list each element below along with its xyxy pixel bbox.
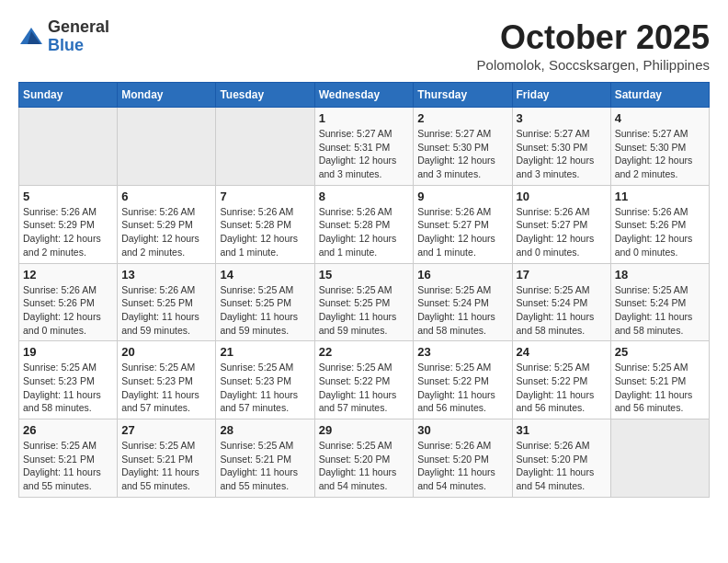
col-thursday: Thursday (414, 83, 512, 108)
calendar-cell (610, 419, 709, 498)
calendar-cell: 9Sunrise: 5:26 AM Sunset: 5:27 PM Daylig… (414, 185, 512, 263)
day-number: 5 (23, 190, 113, 203)
calendar-cell: 23Sunrise: 5:25 AM Sunset: 5:22 PM Dayli… (414, 341, 512, 419)
day-info: Sunrise: 5:25 AM Sunset: 5:22 PM Dayligh… (417, 361, 507, 415)
day-number: 19 (23, 345, 113, 359)
calendar-cell: 19Sunrise: 5:25 AM Sunset: 5:23 PM Dayli… (19, 341, 118, 419)
calendar-week-2: 12Sunrise: 5:26 AM Sunset: 5:26 PM Dayli… (19, 263, 710, 341)
month-title: October 2025 (477, 18, 710, 57)
title-block: October 2025 Polomolok, Soccsksargen, Ph… (477, 18, 710, 73)
day-number: 8 (319, 190, 410, 203)
day-info: Sunrise: 5:25 AM Sunset: 5:25 PM Dayligh… (220, 283, 310, 338)
day-info: Sunrise: 5:25 AM Sunset: 5:23 PM Dayligh… (121, 361, 211, 415)
day-number: 14 (220, 268, 310, 282)
logo-general: General (48, 17, 109, 36)
day-info: Sunrise: 5:25 AM Sunset: 5:24 PM Dayligh… (417, 283, 507, 338)
day-info: Sunrise: 5:25 AM Sunset: 5:21 PM Dayligh… (121, 439, 211, 493)
logo-blue: Blue (48, 36, 84, 54)
calendar-cell: 5Sunrise: 5:26 AM Sunset: 5:29 PM Daylig… (19, 185, 118, 263)
logo-icon (18, 24, 44, 50)
calendar-cell: 18Sunrise: 5:25 AM Sunset: 5:24 PM Dayli… (610, 263, 709, 341)
day-number: 29 (319, 423, 410, 437)
day-number: 15 (319, 268, 410, 282)
day-info: Sunrise: 5:26 AM Sunset: 5:27 PM Dayligh… (417, 205, 507, 259)
calendar-cell: 27Sunrise: 5:25 AM Sunset: 5:21 PM Dayli… (118, 419, 216, 498)
day-number: 24 (517, 345, 607, 359)
calendar-cell: 12Sunrise: 5:26 AM Sunset: 5:26 PM Dayli… (19, 263, 118, 341)
day-number: 20 (121, 345, 211, 359)
day-info: Sunrise: 5:25 AM Sunset: 5:25 PM Dayligh… (319, 283, 410, 338)
calendar-cell: 13Sunrise: 5:26 AM Sunset: 5:25 PM Dayli… (118, 263, 216, 341)
day-number: 17 (517, 268, 607, 282)
day-info: Sunrise: 5:25 AM Sunset: 5:21 PM Dayligh… (220, 439, 310, 493)
day-info: Sunrise: 5:25 AM Sunset: 5:22 PM Dayligh… (319, 361, 410, 415)
day-info: Sunrise: 5:26 AM Sunset: 5:26 PM Dayligh… (23, 283, 113, 338)
day-number: 9 (417, 190, 507, 203)
day-info: Sunrise: 5:26 AM Sunset: 5:27 PM Dayligh… (517, 205, 607, 259)
location: Polomolok, Soccsksargen, Philippines (477, 57, 710, 73)
day-number: 12 (23, 268, 113, 282)
logo-text: General Blue (48, 18, 109, 55)
day-number: 10 (517, 190, 607, 203)
col-wednesday: Wednesday (314, 83, 414, 108)
day-number: 4 (615, 111, 705, 125)
day-info: Sunrise: 5:25 AM Sunset: 5:24 PM Dayligh… (517, 283, 607, 338)
day-number: 6 (121, 190, 211, 203)
day-number: 7 (220, 190, 310, 203)
day-number: 28 (220, 423, 310, 437)
calendar-cell: 28Sunrise: 5:25 AM Sunset: 5:21 PM Dayli… (216, 419, 314, 498)
calendar-cell: 15Sunrise: 5:25 AM Sunset: 5:25 PM Dayli… (314, 263, 414, 341)
day-info: Sunrise: 5:27 AM Sunset: 5:30 PM Dayligh… (417, 127, 507, 181)
calendar-cell: 14Sunrise: 5:25 AM Sunset: 5:25 PM Dayli… (216, 263, 314, 341)
calendar-week-0: 1Sunrise: 5:27 AM Sunset: 5:31 PM Daylig… (19, 108, 710, 186)
col-monday: Monday (118, 83, 216, 108)
day-number: 26 (23, 423, 113, 437)
calendar-body: 1Sunrise: 5:27 AM Sunset: 5:31 PM Daylig… (19, 108, 710, 498)
calendar-week-1: 5Sunrise: 5:26 AM Sunset: 5:29 PM Daylig… (19, 185, 710, 263)
calendar-cell (19, 108, 118, 186)
day-info: Sunrise: 5:25 AM Sunset: 5:23 PM Dayligh… (23, 361, 113, 415)
day-info: Sunrise: 5:27 AM Sunset: 5:31 PM Dayligh… (319, 127, 410, 181)
calendar-cell: 24Sunrise: 5:25 AM Sunset: 5:22 PM Dayli… (512, 341, 610, 419)
day-number: 11 (615, 190, 705, 203)
calendar-cell: 29Sunrise: 5:25 AM Sunset: 5:20 PM Dayli… (314, 419, 414, 498)
calendar-cell: 4Sunrise: 5:27 AM Sunset: 5:30 PM Daylig… (610, 108, 709, 186)
day-info: Sunrise: 5:26 AM Sunset: 5:26 PM Dayligh… (615, 205, 705, 259)
calendar-cell: 17Sunrise: 5:25 AM Sunset: 5:24 PM Dayli… (512, 263, 610, 341)
day-info: Sunrise: 5:25 AM Sunset: 5:21 PM Dayligh… (23, 439, 113, 493)
day-number: 30 (417, 423, 507, 437)
calendar-cell (118, 108, 216, 186)
day-number: 18 (615, 268, 705, 282)
calendar-table: Sunday Monday Tuesday Wednesday Thursday… (18, 82, 710, 498)
calendar-cell: 1Sunrise: 5:27 AM Sunset: 5:31 PM Daylig… (314, 108, 414, 186)
calendar-week-3: 19Sunrise: 5:25 AM Sunset: 5:23 PM Dayli… (19, 341, 710, 419)
day-info: Sunrise: 5:25 AM Sunset: 5:21 PM Dayligh… (615, 361, 705, 415)
day-info: Sunrise: 5:26 AM Sunset: 5:29 PM Dayligh… (23, 205, 113, 259)
calendar-cell: 16Sunrise: 5:25 AM Sunset: 5:24 PM Dayli… (414, 263, 512, 341)
header-row: Sunday Monday Tuesday Wednesday Thursday… (19, 83, 710, 108)
day-number: 2 (417, 111, 507, 125)
day-number: 27 (121, 423, 211, 437)
calendar-cell: 20Sunrise: 5:25 AM Sunset: 5:23 PM Dayli… (118, 341, 216, 419)
calendar-header: Sunday Monday Tuesday Wednesday Thursday… (19, 83, 710, 108)
day-info: Sunrise: 5:25 AM Sunset: 5:20 PM Dayligh… (319, 439, 410, 493)
day-number: 13 (121, 268, 211, 282)
day-info: Sunrise: 5:27 AM Sunset: 5:30 PM Dayligh… (517, 127, 607, 181)
day-number: 25 (615, 345, 705, 359)
day-number: 1 (319, 111, 410, 125)
calendar-cell: 22Sunrise: 5:25 AM Sunset: 5:22 PM Dayli… (314, 341, 414, 419)
calendar-cell: 3Sunrise: 5:27 AM Sunset: 5:30 PM Daylig… (512, 108, 610, 186)
calendar-cell: 21Sunrise: 5:25 AM Sunset: 5:23 PM Dayli… (216, 341, 314, 419)
col-saturday: Saturday (610, 83, 709, 108)
day-info: Sunrise: 5:26 AM Sunset: 5:25 PM Dayligh… (121, 283, 211, 338)
page-header: General Blue October 2025 Polomolok, Soc… (18, 18, 710, 73)
day-info: Sunrise: 5:25 AM Sunset: 5:23 PM Dayligh… (220, 361, 310, 415)
col-tuesday: Tuesday (216, 83, 314, 108)
calendar-cell: 30Sunrise: 5:26 AM Sunset: 5:20 PM Dayli… (414, 419, 512, 498)
calendar-cell (216, 108, 314, 186)
day-number: 3 (517, 111, 607, 125)
day-info: Sunrise: 5:26 AM Sunset: 5:20 PM Dayligh… (417, 439, 507, 493)
calendar-cell: 2Sunrise: 5:27 AM Sunset: 5:30 PM Daylig… (414, 108, 512, 186)
col-sunday: Sunday (19, 83, 118, 108)
day-info: Sunrise: 5:25 AM Sunset: 5:22 PM Dayligh… (517, 361, 607, 415)
